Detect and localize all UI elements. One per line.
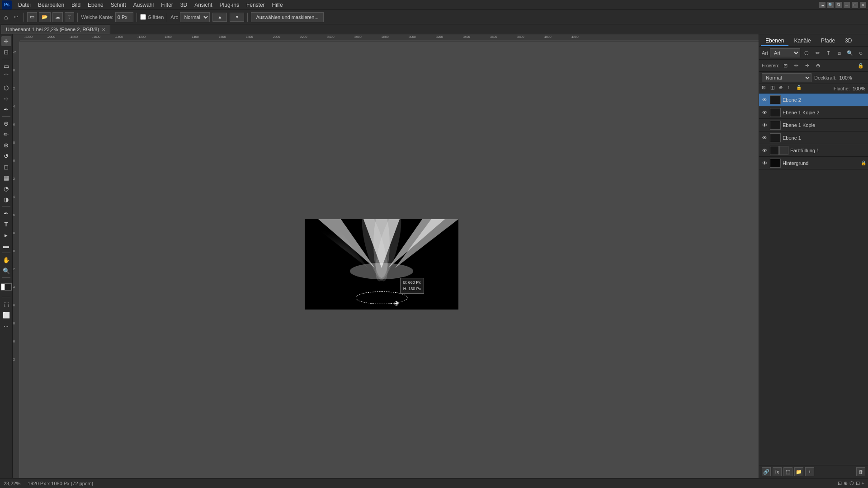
add-style-button[interactable]: fx bbox=[773, 467, 782, 476]
lock-transparent-icon[interactable]: ⊡ bbox=[781, 61, 790, 70]
fill-icon-3[interactable]: ⊕ bbox=[779, 85, 786, 92]
more-tools[interactable]: ··· bbox=[1, 321, 11, 331]
share-icon[interactable]: ⇧ bbox=[65, 12, 74, 22]
menu-bearbeiten[interactable]: Bearbeiten bbox=[34, 1, 68, 9]
shape-tool[interactable]: ▬ bbox=[1, 241, 11, 251]
open-icon[interactable]: 📂 bbox=[39, 12, 51, 22]
lock-position-icon[interactable]: ✛ bbox=[802, 61, 811, 70]
crop-tool[interactable]: ⊹ bbox=[1, 94, 11, 103]
fill-icon-1[interactable]: ⊡ bbox=[762, 85, 769, 92]
filter-icon-5[interactable]: 🔍 bbox=[845, 48, 854, 57]
ps-icon[interactable]: Ps bbox=[2, 0, 12, 9]
menu-ansicht[interactable]: Ansicht bbox=[191, 1, 216, 9]
gradient-tool[interactable]: ▦ bbox=[1, 173, 11, 183]
hand-tool[interactable]: ✋ bbox=[1, 255, 11, 265]
menu-fenster[interactable]: Fenster bbox=[243, 1, 269, 9]
fill-icon-5[interactable]: 🔒 bbox=[796, 85, 803, 92]
document-tab[interactable]: Unbenannt-1 bei 23,2% (Ebene 2, RGB/8) ✕ bbox=[1, 25, 110, 34]
status-btn-5[interactable]: + bbox=[862, 480, 864, 486]
save-cloud-icon[interactable]: ☁ bbox=[52, 12, 63, 22]
menu-plugins[interactable]: Plug-ins bbox=[216, 1, 243, 9]
history-brush-tool[interactable]: ↺ bbox=[1, 151, 11, 161]
tab-pfade[interactable]: Pfade bbox=[816, 36, 840, 46]
layer-item-ebene1k2[interactable]: 👁 Ebene 1 Kopie 2 bbox=[759, 106, 868, 119]
type-tool[interactable]: T bbox=[1, 219, 11, 229]
mode-extra-a[interactable]: ▲ bbox=[212, 13, 227, 22]
status-btn-4[interactable]: ⊡ bbox=[856, 480, 860, 486]
layer-item-hintergrund[interactable]: 👁 Hintergrund 🔒 bbox=[759, 157, 868, 169]
maximize-button[interactable]: □ bbox=[852, 2, 858, 8]
move-tool[interactable]: ✛ bbox=[1, 36, 11, 46]
new-group-button[interactable]: 📁 bbox=[794, 467, 803, 476]
menu-3d[interactable]: 3D bbox=[177, 1, 191, 9]
cloud-icon[interactable]: ☁ bbox=[819, 2, 826, 8]
menu-filter[interactable]: Filter bbox=[157, 1, 177, 9]
tab-close-icon[interactable]: ✕ bbox=[102, 27, 105, 32]
lock-pixels-icon[interactable]: ✏ bbox=[792, 61, 801, 70]
layer-item-ebene2[interactable]: 👁 Ebene 2 bbox=[759, 94, 868, 106]
mode-extra-b[interactable]: ▼ bbox=[230, 13, 244, 22]
filter-icon-3[interactable]: T bbox=[824, 48, 833, 57]
stamp-tool[interactable]: ⊗ bbox=[1, 140, 11, 150]
layer-item-ebene1k[interactable]: 👁 Ebene 1 Kopie bbox=[759, 119, 868, 131]
layer-eye-ebene1[interactable]: 👁 bbox=[761, 134, 768, 141]
layer-eye-farbfuellung[interactable]: 👁 bbox=[761, 147, 768, 154]
foreground-color[interactable] bbox=[5, 283, 12, 291]
menu-ebene[interactable]: Ebene bbox=[84, 1, 107, 9]
lock-all-icon[interactable]: 🔒 bbox=[856, 61, 865, 70]
artboard-tool[interactable]: ⊡ bbox=[1, 47, 11, 57]
layer-eye-ebene1k[interactable]: 👁 bbox=[761, 122, 768, 129]
soft-edge-input[interactable] bbox=[115, 12, 133, 22]
lasso-tool[interactable]: ⌒ bbox=[1, 72, 11, 82]
fill-icon-4[interactable]: ↑ bbox=[788, 85, 795, 92]
delete-layer-button[interactable]: 🗑 bbox=[856, 467, 865, 476]
tab-kanaele[interactable]: Kanäle bbox=[789, 36, 815, 46]
add-mask-button[interactable]: ⬚ bbox=[783, 467, 793, 476]
layer-item-farbfuellung[interactable]: 👁 Farbfüllung 1 bbox=[759, 144, 868, 157]
menu-datei[interactable]: Datei bbox=[14, 1, 34, 9]
eyedropper-tool[interactable]: ✒ bbox=[1, 104, 11, 114]
minimize-button[interactable]: ─ bbox=[844, 2, 850, 8]
path-select-tool[interactable]: ▸ bbox=[1, 230, 11, 240]
menu-bild[interactable]: Bild bbox=[68, 1, 84, 9]
eraser-tool[interactable]: ◻ bbox=[1, 162, 11, 172]
filter-icon-4[interactable]: ⧈ bbox=[835, 48, 844, 57]
home-icon[interactable]: ⌂ bbox=[2, 12, 10, 22]
blend-mode-select[interactable]: Normal bbox=[762, 73, 811, 82]
status-btn-1[interactable]: ⊡ bbox=[838, 480, 842, 486]
tab-3d[interactable]: 3D bbox=[840, 36, 856, 46]
layer-item-ebene1[interactable]: 👁 Ebene 1 bbox=[759, 131, 868, 144]
undo-icon[interactable]: ↩ bbox=[12, 12, 20, 22]
object-select-tool[interactable]: ⬡ bbox=[1, 83, 11, 93]
tab-ebenen[interactable]: Ebenen bbox=[761, 36, 788, 46]
status-btn-2[interactable]: ⊕ bbox=[844, 480, 848, 486]
filter-toggle[interactable]: ○ bbox=[856, 48, 865, 57]
blur-tool[interactable]: ◔ bbox=[1, 183, 11, 193]
document-canvas[interactable]: ⊕ B: 660 Px H: 130 Px bbox=[305, 219, 458, 310]
search-icon[interactable]: 🔍 bbox=[827, 2, 834, 8]
new-layer-button[interactable]: + bbox=[805, 467, 814, 476]
dodge-tool[interactable]: ◑ bbox=[1, 194, 11, 204]
screen-mode-tool[interactable]: ⬜ bbox=[1, 310, 11, 320]
smooth-label[interactable]: Glätten bbox=[148, 14, 164, 20]
spot-heal-tool[interactable]: ⊕ bbox=[1, 118, 11, 128]
menu-hilfe[interactable]: Hilfe bbox=[269, 1, 287, 9]
layer-eye-hintergrund[interactable]: 👁 bbox=[761, 160, 768, 167]
mode-select[interactable]: Normal bbox=[180, 12, 210, 22]
layer-eye-ebene2[interactable]: 👁 bbox=[761, 96, 768, 103]
layer-type-filter[interactable]: Art bbox=[770, 48, 800, 57]
quick-mask-tool[interactable]: ⬚ bbox=[1, 299, 11, 309]
layer-eye-ebene1k2[interactable]: 👁 bbox=[761, 109, 768, 116]
menu-auswahl[interactable]: Auswahl bbox=[130, 1, 157, 9]
brush-tool[interactable]: ✏ bbox=[1, 129, 11, 139]
smooth-checkbox[interactable] bbox=[140, 14, 146, 20]
filter-icon-1[interactable]: ⬡ bbox=[802, 48, 811, 57]
lock-artboard-icon[interactable]: ⊕ bbox=[813, 61, 822, 70]
rect-select-icon[interactable]: ▭ bbox=[27, 12, 37, 22]
rect-marquee-tool[interactable]: ▭ bbox=[1, 61, 11, 71]
zoom-tool[interactable]: 🔍 bbox=[1, 266, 11, 276]
link-layers-button[interactable]: 🔗 bbox=[762, 467, 771, 476]
filter-icon-2[interactable]: ✏ bbox=[813, 48, 822, 57]
menu-schrift[interactable]: Schrift bbox=[107, 1, 130, 9]
arrange-icon[interactable]: ⧉ bbox=[835, 2, 842, 8]
